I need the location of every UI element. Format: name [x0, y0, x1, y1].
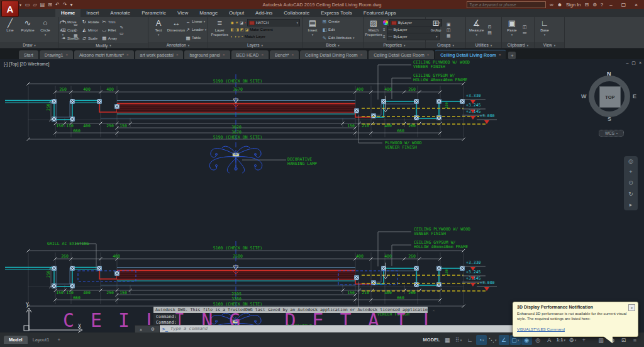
new-file-icon[interactable]: ▭	[25, 2, 30, 8]
dimension-button[interactable]: ↔Dimension	[168, 18, 184, 42]
panel-label-utilities[interactable]: Utilities▾	[466, 42, 501, 48]
modify-stretch-button[interactable]: ↠Stretch	[61, 34, 79, 42]
layer-tool-icon[interactable]: ◪	[245, 28, 249, 31]
viewport-style-label[interactable]: [2D Wireframe]	[19, 62, 49, 66]
viewcube-top-face[interactable]: TOP	[599, 86, 621, 108]
block-create-button[interactable]: ⊞Create	[322, 18, 355, 25]
circle-button[interactable]: ○Circle▾	[37, 18, 53, 42]
application-menu-dropdown-icon[interactable]: ▾	[19, 3, 21, 7]
pencil-icon[interactable]: ✎	[119, 25, 124, 30]
annotation-linear-button[interactable]: ↔Linear▾	[186, 18, 206, 25]
modify-scale-button[interactable]: ▱Scale	[82, 34, 99, 42]
file-tab-close-icon[interactable]: ×	[65, 53, 68, 57]
file-tab-aksono-metri-furniture[interactable]: Aksono metri furniture*×	[74, 50, 134, 59]
close-button[interactable]: ×	[632, 2, 640, 8]
file-tab-start[interactable]: Start	[19, 50, 38, 59]
minimize-button[interactable]: –	[607, 2, 614, 8]
ungroup-icon[interactable]: ▣	[447, 22, 451, 26]
copy-clip-icon[interactable]: ◫	[523, 25, 527, 29]
sign-in-button[interactable]: Sign In	[566, 2, 580, 8]
model-space-label[interactable]: MODEL	[422, 335, 441, 345]
layer-properties-button[interactable]: ≡Layer Properties	[210, 18, 230, 42]
viewport-view-label[interactable]: [Top]	[9, 62, 18, 66]
file-tab-close-icon[interactable]: ×	[360, 53, 363, 57]
color-wheel-icon[interactable]	[383, 20, 388, 25]
cut-icon[interactable]: ▭	[523, 30, 527, 35]
new-layout-button[interactable]: +	[54, 337, 64, 343]
file-tab-baground-panel[interactable]: baground panel×	[184, 50, 230, 59]
file-tab-close-icon[interactable]: ×	[499, 53, 501, 57]
annotation-leader-button[interactable]: ↗Leader▾	[186, 26, 206, 33]
layer-color-icon[interactable]: ▪	[245, 21, 246, 25]
layer-tool-icon[interactable]: ◑	[234, 35, 236, 38]
modify-mirror-button[interactable]: ◭Mirror	[82, 26, 99, 34]
panel-label-groups[interactable]: Groups▾	[426, 42, 465, 48]
doc-close-icon[interactable]: ×	[639, 60, 641, 65]
orbit-icon[interactable]: ↻	[628, 191, 633, 197]
ribbon-tab-annotate[interactable]: Annotate	[104, 9, 136, 17]
match-properties-button[interactable]: ▨Match Properties	[365, 18, 382, 42]
modify-move-button[interactable]: +Move	[61, 18, 79, 26]
visualstyles-link[interactable]: VISUALSTYLES Command	[517, 327, 565, 331]
linetype-icon[interactable]: ≡	[383, 35, 386, 38]
viewcube-east[interactable]: E	[633, 93, 636, 100]
help-icon[interactable]: ?	[601, 2, 603, 8]
panel-label-block[interactable]: Block▾	[303, 42, 363, 48]
open-file-icon[interactable]: ▱	[33, 2, 37, 8]
ribbon-tab-output[interactable]: Output	[223, 9, 250, 17]
file-tab-art-work-padestal[interactable]: art work padestal×	[135, 50, 184, 59]
sun-icon[interactable]: ☀	[235, 21, 238, 25]
cart-icon[interactable]: ⊟	[584, 2, 589, 8]
measure-button[interactable]: ∡Measure▾	[468, 18, 485, 42]
id-point-icon[interactable]: ▤	[487, 30, 492, 35]
panel-label-draw[interactable]: Draw▾	[0, 42, 58, 48]
file-tab-close-icon[interactable]: ×	[126, 53, 129, 57]
viewcube[interactable]: TOP N S W E WCS ▾	[585, 71, 635, 137]
polyline-button[interactable]: ∿Polyline	[19, 18, 36, 42]
layer-tool-icon[interactable]: ◩	[240, 28, 244, 31]
layers-make-current-button[interactable]: Make Current	[250, 28, 272, 31]
pan-icon[interactable]: +	[629, 169, 632, 175]
polar-tracking-icon[interactable]: ◔▾	[476, 335, 487, 345]
ribbon-tab-manage[interactable]: Manage	[194, 9, 223, 17]
share-icon[interactable]: ⊚	[592, 2, 597, 8]
panel-label-layers[interactable]: Layers▾	[208, 42, 302, 48]
ribbon-tab-featured-apps[interactable]: Featured Apps	[358, 9, 402, 17]
group-button[interactable]: ⊞Group	[428, 18, 444, 42]
file-tab-drawing1[interactable]: Drawing1×	[40, 50, 73, 59]
modify-trim-button[interactable]: ✂Trim	[102, 18, 117, 26]
viewcube-west[interactable]: W	[581, 93, 587, 100]
file-tab-close-icon[interactable]: ×	[223, 53, 225, 57]
maximize-button[interactable]: ▢	[619, 2, 629, 8]
undo-icon[interactable]: ↶	[55, 2, 60, 8]
viewcube-south[interactable]: S	[608, 116, 611, 122]
linetype-icon[interactable]: ≡	[383, 28, 386, 31]
ribbon-tab-collaborate[interactable]: Collaborate	[278, 9, 315, 17]
modify-fillet-button[interactable]: ◡Fillet	[102, 26, 117, 34]
isometric-drafting-icon[interactable]: ⋱▾	[487, 335, 498, 345]
object-snap-tracking-icon[interactable]: ∠	[499, 335, 509, 345]
layer-tool-icon[interactable]: ◨	[235, 28, 239, 31]
bulb-icon[interactable]: ◉	[231, 21, 234, 25]
command-close-icon[interactable]: ×	[140, 327, 142, 332]
application-menu-button[interactable]: A	[1, 1, 19, 17]
plot-icon[interactable]: ⊞	[48, 2, 52, 8]
modify-array-button[interactable]: ▦Array	[102, 34, 117, 42]
block-edit-button[interactable]: ◧Edit	[322, 26, 355, 33]
quick-select-icon[interactable]: ⊡	[487, 25, 492, 29]
snap-mode-icon[interactable]: ⠿▾	[453, 335, 464, 345]
wcs-dropdown[interactable]: WCS ▾	[599, 130, 624, 137]
file-tab-ceiling-detail-gues-room[interactable]: Ceiling Detail Gues Room×	[369, 50, 434, 59]
panel-label-view[interactable]: View▾	[535, 42, 564, 48]
layer-combo[interactable]: HATCH▾	[247, 19, 300, 26]
file-tab-close-icon[interactable]: ×	[292, 53, 294, 57]
layer-tool-icon[interactable]: ◧	[231, 28, 235, 31]
ribbon-tab-express-tools[interactable]: Express Tools	[315, 9, 358, 17]
notification-close-icon[interactable]: ×	[628, 304, 635, 311]
viewport-controls-label[interactable]: [-]	[4, 62, 8, 66]
annotation-table-button[interactable]: ▦Table	[186, 34, 206, 42]
paste-button[interactable]: ▣Paste▾	[504, 18, 520, 42]
steering-wheel-icon[interactable]: ◎	[628, 159, 633, 164]
redo-icon[interactable]: ↷	[63, 2, 67, 8]
group-edit-icon[interactable]: ◫	[447, 28, 451, 32]
